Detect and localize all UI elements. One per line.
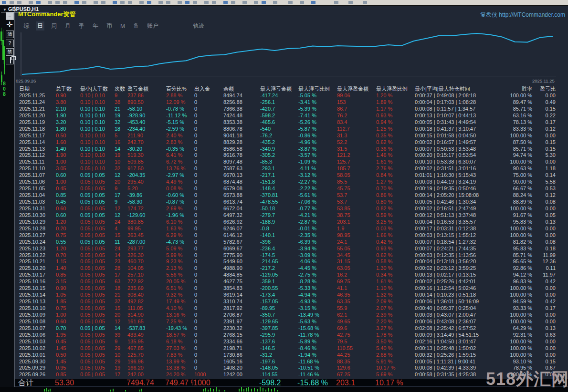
- table-row[interactable]: 2025.11.243.800.10 | 0.1038890.5012.09 %…: [15, 99, 567, 106]
- cell-pct: 6.72 %: [166, 159, 194, 165]
- table-row[interactable]: 2025.11.201.900.10 | 0.1019-928.90-11.12…: [15, 113, 567, 119]
- cell-profit: -234.40: [127, 126, 166, 133]
- cell-inout: 0: [194, 339, 223, 345]
- cell-maxdd: -305.2: [260, 152, 298, 159]
- cell-inout: 0: [194, 246, 223, 252]
- table-row[interactable]: 2025.11.030.450.05 | 0.059-58.30-0.87 %0…: [15, 199, 567, 206]
- table-row[interactable]: 2025.10.100.750.05 | 0.0515111.054.10 %0…: [15, 305, 567, 312]
- table-row[interactable]: 2025.10.163.150.05 | 0.0563772.9220.05 %…: [15, 279, 567, 285]
- cell-lots: 0.45: [56, 186, 80, 192]
- cell-maxdd: -359.1: [260, 279, 298, 285]
- table-row[interactable]: 2025.11.193.200.10 | 0.1032-453.40-5.15 …: [15, 119, 567, 126]
- table-row[interactable]: 2025.11.250.900.10 | 0.109237.862.88 %08…: [15, 93, 567, 99]
- table-row[interactable]: 2025.10.061.950.05 | 0.0539433.4918.57 %…: [15, 332, 567, 339]
- menu-item-2[interactable]: 日: [36, 21, 44, 31]
- cell-balance: 8353.38: [223, 119, 260, 126]
- cell-inout: 0: [194, 133, 223, 139]
- table-row[interactable]: 2025.11.040.850.05 | 0.0517-39.86-0.60 %…: [15, 192, 567, 199]
- table-row[interactable]: 2025.09.260.850.05 | 0.0517242.0024.20 %…: [15, 371, 567, 378]
- table-row[interactable]: 2025.10.240.550.05 | 0.0511-287.00-4.73 …: [15, 239, 567, 246]
- table-row[interactable]: 2025.10.021.450.05 | 0.0529467.8527.03 %…: [15, 345, 567, 352]
- table-row[interactable]: 合计53.307494.74749.47 %1000-598.2-15.68 %…: [14, 379, 568, 386]
- cell-date: 2025.10.03: [19, 339, 56, 345]
- table-row[interactable]: 2025.10.070.700.05 | 0.0514-537.83-19.43…: [15, 325, 567, 332]
- table-row[interactable]: 2025.10.211.150.05 | 0.0523460.709.23 %0…: [15, 258, 567, 265]
- menu-item-7[interactable]: 币: [105, 21, 114, 31]
- cell-date: 2025.11.18: [19, 126, 56, 133]
- menu-item-5[interactable]: 季: [77, 21, 86, 31]
- cell-maxfppct: 5.40 %: [376, 345, 415, 352]
- cell-maxfppct: 1.20 %: [376, 93, 415, 99]
- cell-maxfppct: 10.17 %: [376, 365, 415, 371]
- cell-winrate: 100.00 %: [506, 352, 539, 359]
- table-row[interactable]: 2025.10.080.600.05 | 0.0512161.657.25 %0…: [15, 319, 567, 325]
- menu-item-11[interactable]: 轨迹: [191, 21, 206, 31]
- table-row[interactable]: 2025.10.091.000.05 | 0.0520314.9013.16 %…: [15, 312, 567, 319]
- cell-maxddpct: -5.89 %: [298, 339, 337, 345]
- menu-item-3[interactable]: 周: [50, 21, 58, 31]
- replay-link[interactable]: 复盘侠 http://MTCommander.com: [480, 11, 565, 19]
- table-row[interactable]: 2025.11.061.000.05 | 0.0520295.404.49 %0…: [15, 179, 567, 186]
- table-row[interactable]: 2025.11.121.900.10 | 0.1019519.306.41 %0…: [15, 152, 567, 159]
- cell-inout: 0: [194, 212, 223, 219]
- cell-minmax: 0.05 | 0.05: [80, 352, 115, 359]
- cell-inout: 0: [194, 312, 223, 319]
- cell-maxfppct: 1.46 %: [376, 152, 415, 159]
- table-row[interactable]: 2025.10.141.050.05 | 0.0521308.409.32 %0…: [15, 292, 567, 299]
- table-row[interactable]: 2025.09.301.450.05 | 0.0529196.9613.99 %…: [15, 359, 567, 365]
- cell-count: 24: [115, 219, 127, 226]
- cell-times: 0:00:07 | 0:18:54 | 1:27:32: [415, 239, 506, 246]
- table-row[interactable]: 2025.10.291.200.05 | 0.0524380.856.10 %0…: [15, 219, 567, 226]
- cell-date: 2025.10.22: [19, 252, 56, 259]
- table-row[interactable]: 2025.11.212.100.10 | 0.1021-58.10-0.78 %…: [15, 106, 567, 113]
- table-row[interactable]: 2025.11.170.500.10 | 0.105211.902.40 %09…: [15, 133, 567, 139]
- cell-minmax: 0.10 | 0.10: [80, 119, 115, 126]
- table-row[interactable]: 2025.10.280.200.05 | 0.05499.951.63 %062…: [15, 226, 567, 232]
- disable-button[interactable]: 禁: [6, 48, 14, 56]
- cell-balance: 1242.00: [223, 371, 260, 378]
- move-crosshair-icon[interactable]: ✛: [5, 21, 14, 29]
- cell-minmax: 0.10 | 0.10: [80, 126, 115, 133]
- table-row[interactable]: 2025.10.270.750.05 | 0.0515363.456.29 %0…: [15, 232, 567, 239]
- table-row[interactable]: 2025.10.131.850.05 | 0.0537492.8217.49 %…: [15, 299, 567, 305]
- table-row[interactable]: 2025.11.181.800.10 | 0.1018-234.40-2.59 …: [15, 126, 567, 133]
- help-button[interactable]: ?: [6, 40, 14, 47]
- table-row[interactable]: 2025.11.131.400.10 | 0.1014-30.20-0.35 %…: [15, 146, 567, 153]
- cell-plratio: 11.99: [539, 252, 567, 259]
- cell-date: 2025.10.13: [19, 299, 56, 305]
- table-row[interactable]: 2025.10.150.900.05 | 0.0518235.696.51 %0…: [15, 285, 567, 292]
- table-row[interactable]: 2025.11.103.050.05 | 0.1032917.5013.76 %…: [15, 165, 567, 172]
- cell-balance: 8806.78: [223, 126, 260, 133]
- cell-count: 12: [115, 319, 127, 325]
- menu-item-9[interactable]: 备: [132, 21, 140, 31]
- cell-inout: 出入金: [194, 85, 223, 93]
- cell-inout: 0: [194, 206, 223, 212]
- cell-minmax: 0.10 | 0.10: [80, 93, 115, 99]
- table-row[interactable]: 2025.09.290.950.05 | 0.0519166.2013.38 %…: [15, 365, 567, 371]
- menu-item-1[interactable]: 综: [22, 21, 31, 31]
- table-row[interactable]: 2025.10.310.600.05 | 0.0512174.722.69 %0…: [15, 206, 567, 212]
- table-row[interactable]: 2025.11.050.450.05 | 0.0595.200.08 %0657…: [15, 186, 567, 192]
- table-row[interactable]: 2025.10.201.400.05 | 0.0528104.052.13 %0…: [15, 265, 567, 272]
- minimize-button[interactable]: −: [6, 12, 14, 20]
- menu-item-8[interactable]: M: [119, 22, 126, 30]
- table-row[interactable]: 2025.10.030.450.05 | 0.059135.956.18 %02…: [15, 339, 567, 345]
- cell-lots: 1.95: [56, 332, 80, 339]
- table-row[interactable]: 2025.10.220.700.05 | 0.0514326.305.99 %0…: [15, 252, 567, 259]
- menu-item-6[interactable]: 年: [91, 21, 100, 31]
- cell-maxdd: -129.65: [260, 319, 298, 325]
- table-row[interactable]: 2025.10.170.850.05 | 0.0517257.105.56 %0…: [15, 272, 567, 279]
- clear-button[interactable]: 清: [6, 31, 14, 38]
- table-row[interactable]: 2025.10.010.500.05 | 0.0510125.707.83 %0…: [15, 352, 567, 359]
- table-row[interactable]: 2025.11.141.600.10 | 0.1016242.702.83 %0…: [15, 139, 567, 146]
- menu-item-4[interactable]: 月: [63, 21, 72, 31]
- cell-lots: 1.80: [56, 126, 80, 133]
- menu-item-10[interactable]: 账户: [146, 21, 160, 31]
- cell-maxdd: -76.2: [260, 133, 298, 139]
- cell-maxfppct: 0.94 %: [376, 119, 415, 126]
- table-row[interactable]: 2025.11.111.000.10 | 0.1010509.856.72 %0…: [15, 159, 567, 165]
- table-row[interactable]: 2025.11.070.600.05 | 0.0512-204.35-2.97 …: [15, 172, 567, 179]
- restore-window-button[interactable]: [6, 57, 14, 64]
- table-row[interactable]: 2025.10.231.200.05 | 0.0524293.775.09 %0…: [15, 246, 567, 252]
- table-row[interactable]: 2025.10.300.600.05 | 0.0512-129.60-1.96 …: [15, 212, 567, 219]
